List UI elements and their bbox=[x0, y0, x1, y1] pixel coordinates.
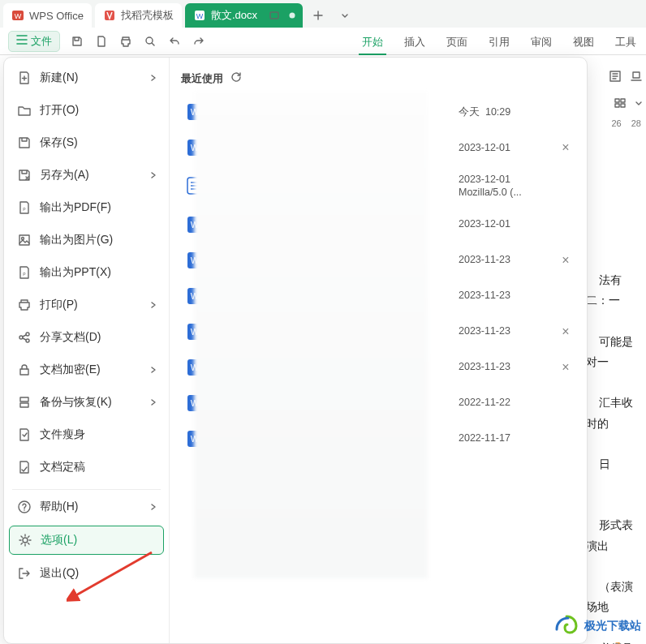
file-menu-label: 文件 bbox=[31, 34, 52, 49]
chevron-right-icon bbox=[149, 72, 157, 84]
qat-preview-icon[interactable] bbox=[143, 34, 157, 49]
menu-share[interactable]: 分享文档(D) bbox=[9, 324, 164, 351]
ribbon-tab-start[interactable]: 开始 bbox=[359, 28, 386, 54]
menu-export-pdf[interactable]: P 输出为PDF(F) bbox=[9, 194, 164, 221]
close-icon[interactable]: × bbox=[556, 140, 575, 155]
menu-encrypt[interactable]: 文档加密(E) bbox=[9, 356, 164, 384]
menu-save[interactable]: 保存(S) bbox=[9, 129, 164, 157]
menu-print[interactable]: 打印(P) bbox=[9, 291, 164, 319]
recent-item[interactable]: W 2023-11-23× bbox=[178, 314, 582, 350]
recent-item[interactable]: W 2023-11-23× bbox=[178, 350, 582, 385]
add-tab-button[interactable] bbox=[306, 3, 330, 28]
tab-dropdown-button[interactable] bbox=[334, 3, 356, 28]
menu-export-image[interactable]: 输出为图片(G) bbox=[9, 226, 164, 254]
menu-open[interactable]: 打开(O) bbox=[9, 97, 164, 124]
chevron-right-icon bbox=[149, 397, 157, 409]
doc-icon: W bbox=[193, 9, 206, 22]
file-icon: W bbox=[184, 321, 205, 342]
svg-rect-11 bbox=[615, 104, 619, 107]
menu-exit[interactable]: 退出(Q) bbox=[9, 560, 164, 587]
chevron-down-icon[interactable] bbox=[635, 98, 643, 110]
svg-point-17 bbox=[19, 336, 23, 339]
close-icon[interactable]: × bbox=[556, 360, 575, 375]
svg-text:W: W bbox=[191, 255, 200, 265]
watermark-title: 极光下载站 bbox=[584, 619, 641, 633]
qat-undo-icon[interactable] bbox=[167, 34, 182, 49]
svg-rect-10 bbox=[621, 99, 625, 102]
svg-point-23 bbox=[23, 538, 28, 543]
recent-item[interactable]: W 今天 10:29× bbox=[178, 94, 582, 130]
ribbon-tab-ref[interactable]: 引用 bbox=[485, 28, 513, 54]
tool-icon[interactable] bbox=[614, 97, 627, 112]
menu-new[interactable]: 新建(N) bbox=[9, 64, 164, 92]
recent-item-name bbox=[213, 325, 459, 337]
ribbon-buttons-partial bbox=[609, 70, 643, 112]
svg-rect-20 bbox=[20, 369, 28, 375]
menu-export-ppt[interactable]: P 输出为PPT(X) bbox=[9, 259, 164, 286]
main-area: 26 28 法有二：一 可能是对一 汇丰收时的 日 形式表演出 （表演场地 必须… bbox=[0, 55, 646, 644]
tab-home[interactable]: W WPS Office bbox=[3, 3, 92, 28]
ribbon-tab-review[interactable]: 审阅 bbox=[528, 28, 555, 54]
svg-point-6 bbox=[290, 13, 295, 19]
file-icon: W bbox=[184, 214, 205, 235]
file-menu-button[interactable]: 文件 bbox=[8, 31, 60, 52]
svg-text:W: W bbox=[15, 12, 22, 20]
close-icon[interactable]: × bbox=[556, 253, 575, 268]
recent-item[interactable]: W 2023-11-23× bbox=[178, 243, 582, 278]
recent-item[interactable]: W 2023-11-23× bbox=[178, 278, 582, 314]
file-icon: W bbox=[184, 286, 205, 307]
svg-text:W: W bbox=[191, 363, 200, 372]
menu-backup[interactable]: 备份与恢复(K) bbox=[9, 389, 164, 416]
menu-finalize[interactable]: 文档定稿 bbox=[9, 453, 164, 481]
svg-text:W: W bbox=[191, 291, 200, 301]
tab-window-icon[interactable] bbox=[267, 8, 282, 23]
tab-template[interactable]: 找稻壳模板 bbox=[95, 3, 182, 28]
recent-files-panel: 最近使用 W 今天 10:29×W 2023-12-01× 2023-12-01… bbox=[170, 58, 587, 643]
tab-close-dot-icon[interactable] bbox=[285, 8, 299, 23]
qat-print-icon[interactable] bbox=[118, 34, 133, 49]
ribbon-tab-insert[interactable]: 插入 bbox=[401, 28, 429, 54]
svg-point-19 bbox=[26, 339, 29, 342]
ribbon-tabs: 开始 插入 页面 引用 审阅 视图 工具 bbox=[359, 28, 646, 54]
tab-document-active[interactable]: W 散文.docx bbox=[185, 3, 303, 28]
recent-item-meta: 2023-12-01 bbox=[459, 217, 556, 230]
recent-item[interactable]: W 2023-12-01× bbox=[178, 207, 582, 243]
ribbon-tab-page[interactable]: 页面 bbox=[443, 28, 471, 54]
menu-help[interactable]: 帮助(H) bbox=[9, 493, 164, 521]
svg-point-15 bbox=[22, 238, 24, 240]
file-icon: W bbox=[184, 357, 205, 378]
file-menu-panel: 新建(N) 打开(O) 保存(S) 另存为(A) P 输出为PDF(F) bbox=[3, 57, 588, 644]
svg-text:W: W bbox=[191, 434, 200, 444]
ribbon-tab-tools[interactable]: 工具 bbox=[612, 28, 640, 54]
separator bbox=[12, 489, 161, 490]
svg-text:W: W bbox=[191, 143, 200, 152]
recent-item[interactable]: 2023-12-01 Mozilla/5.0 (...× bbox=[178, 165, 582, 207]
watermark-logo-icon bbox=[553, 613, 579, 639]
qat-redo-icon[interactable] bbox=[192, 34, 206, 49]
recent-item[interactable]: W 2022-11-17× bbox=[178, 421, 582, 457]
tab-doc-label: 散文.docx bbox=[211, 8, 257, 23]
menu-save-as[interactable]: 另存为(A) bbox=[9, 161, 164, 189]
menu-slim[interactable]: 文件瘦身 bbox=[9, 421, 164, 449]
recent-heading: 最近使用 bbox=[181, 71, 223, 86]
recent-item-name bbox=[213, 180, 459, 192]
recent-item-name bbox=[213, 142, 459, 154]
tool-icon[interactable] bbox=[609, 70, 622, 85]
recent-item-name bbox=[213, 432, 459, 444]
recent-item-name bbox=[213, 397, 459, 409]
tab-doc-controls bbox=[267, 8, 299, 23]
refresh-icon[interactable] bbox=[230, 71, 243, 86]
ribbon-tab-view[interactable]: 视图 bbox=[570, 28, 597, 54]
qat-save-icon[interactable] bbox=[70, 34, 84, 49]
chevron-right-icon bbox=[149, 501, 157, 513]
recent-item[interactable]: W 2022-11-22× bbox=[178, 385, 582, 421]
close-icon[interactable]: × bbox=[556, 324, 575, 339]
menu-options[interactable]: 选项(L) bbox=[9, 526, 164, 555]
tool-icon[interactable] bbox=[630, 70, 643, 85]
recent-item[interactable]: W 2023-12-01× bbox=[178, 130, 582, 165]
recent-list: W 今天 10:29×W 2023-12-01× 2023-12-01 Mozi… bbox=[178, 94, 582, 457]
ruler-num: 28 bbox=[631, 118, 641, 128]
qat-new-icon[interactable] bbox=[94, 34, 109, 49]
hamburger-icon bbox=[16, 35, 28, 47]
recent-item-meta: 2023-11-23 bbox=[459, 253, 556, 266]
